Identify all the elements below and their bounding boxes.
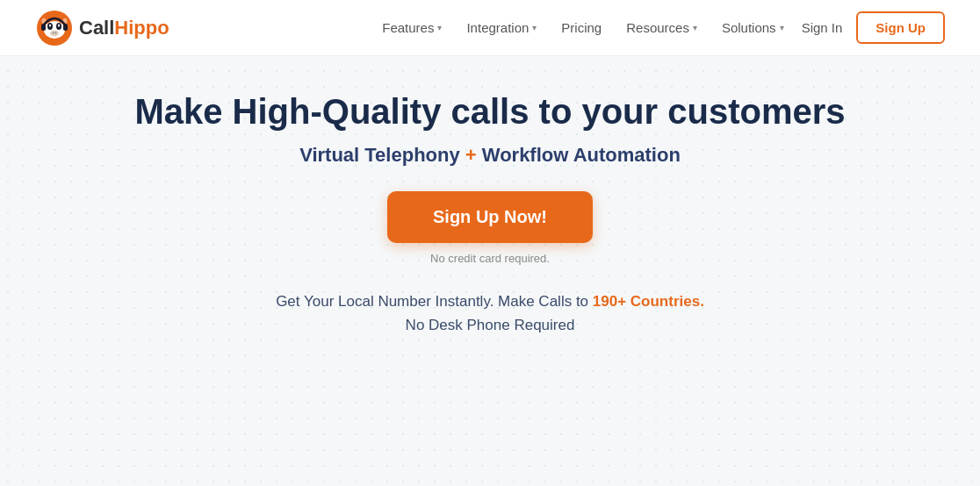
hero-subtitle-part1: Virtual Telephony [299, 144, 465, 166]
nav-label-integration: Integration [466, 20, 529, 35]
svg-point-8 [55, 32, 57, 33]
svg-point-5 [58, 24, 60, 26]
hero-subtitle-part2: Workflow Automation [477, 144, 681, 166]
nav-label-features: Features [382, 20, 434, 35]
svg-point-6 [50, 30, 59, 36]
nav-label-solutions: Solutions [722, 20, 776, 35]
logo[interactable]: CallHippo [35, 9, 169, 47]
logo-icon [35, 9, 74, 47]
nav-label-pricing: Pricing [561, 20, 602, 35]
nav-label-resources: Resources [626, 20, 689, 35]
svg-point-7 [53, 32, 54, 33]
hero-signup-button[interactable]: Sign Up Now! [387, 191, 593, 243]
hero-tagline-countries: 190+ Countries. [593, 293, 704, 310]
nav-signup-button[interactable]: Sign Up [856, 11, 945, 44]
chevron-down-icon: ▾ [437, 23, 442, 32]
hero-section: Make High-Quality calls to your customer… [0, 56, 980, 363]
hero-tagline-part1: Get Your Local Number Instantly. Make Ca… [276, 293, 593, 310]
hero-tagline-part2: No Desk Phone Required [406, 317, 575, 333]
page-wrapper: CallHippo Features ▾ Integration ▾ Prici… [0, 0, 980, 486]
nav-item-solutions[interactable]: Solutions ▾ [722, 20, 784, 35]
svg-rect-13 [41, 24, 46, 31]
nav-item-features[interactable]: Features ▾ [382, 20, 442, 35]
signin-link[interactable]: Sign In [802, 20, 843, 35]
navbar: CallHippo Features ▾ Integration ▾ Prici… [0, 0, 980, 56]
no-credit-card-text: No credit card required. [430, 252, 550, 265]
svg-point-4 [49, 24, 51, 26]
nav-links: Features ▾ Integration ▾ Pricing Resourc… [382, 20, 783, 35]
hero-subtitle: Virtual Telephony + Workflow Automation [299, 144, 681, 167]
logo-text: CallHippo [79, 17, 169, 39]
nav-item-resources[interactable]: Resources ▾ [626, 20, 697, 35]
hero-title: Make High-Quality calls to your customer… [134, 91, 845, 132]
chevron-down-icon: ▾ [532, 23, 537, 32]
chevron-down-icon: ▾ [780, 23, 784, 32]
chevron-down-icon: ▾ [693, 23, 697, 32]
nav-item-pricing[interactable]: Pricing [561, 20, 602, 35]
hero-subtitle-plus: + [465, 144, 477, 166]
hero-tagline: Get Your Local Number Instantly. Make Ca… [276, 289, 704, 337]
svg-rect-14 [63, 24, 68, 31]
nav-item-integration[interactable]: Integration ▾ [466, 20, 537, 35]
